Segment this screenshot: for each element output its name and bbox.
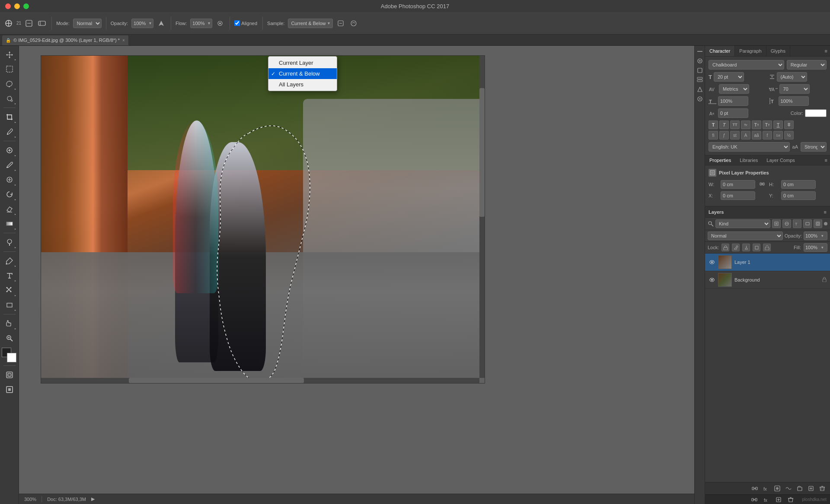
oldstyle-btn[interactable]: aã	[752, 131, 761, 139]
sample-select-button[interactable]: Current & Below ▾	[288, 19, 332, 28]
add-group-btn[interactable]	[795, 484, 804, 493]
x-input[interactable]	[721, 191, 755, 200]
faux-italic-btn[interactable]: T	[719, 120, 729, 129]
tab-paragraph[interactable]: Paragraph	[735, 46, 766, 56]
doc-tab[interactable]: 🔒 © IMG_0529-Edit.jpg @ 300% (Layer 1, R…	[2, 35, 129, 45]
tab-character[interactable]: Character	[705, 46, 735, 56]
brush-preset-icon[interactable]	[24, 18, 34, 29]
layer-item-layer1[interactable]: Layer 1	[705, 254, 830, 271]
tab-layer-comps[interactable]: Layer Comps	[762, 155, 799, 165]
canvas-area[interactable]: @keyframes march { to { stroke-dashoffse…	[19, 46, 694, 504]
canvas-image[interactable]: @keyframes march { to { stroke-dashoffse…	[41, 55, 485, 384]
layers-blend-select[interactable]: Normal	[708, 231, 783, 240]
underline-btn[interactable]: T	[773, 120, 783, 129]
all-caps-btn[interactable]: TT	[730, 120, 740, 129]
arrow-button[interactable]: ▶	[91, 496, 95, 502]
filter-toggle-dot[interactable]	[824, 222, 827, 225]
layers-filter-select[interactable]: Kind	[715, 219, 770, 228]
props-expand[interactable]: ≡	[822, 158, 830, 163]
add-layer-btn[interactable]	[807, 484, 815, 493]
frame-select-tool[interactable]	[3, 383, 16, 396]
sample-all-layers[interactable]: All Layers	[268, 79, 337, 90]
v-scrollbar[interactable]	[479, 56, 485, 378]
right-icon-2[interactable]	[696, 67, 704, 74]
healing-option-icon[interactable]	[348, 18, 359, 29]
background-color[interactable]	[7, 353, 16, 362]
delete-layer-btn[interactable]	[818, 484, 827, 493]
alt-ligature-btn[interactable]: st	[730, 131, 740, 139]
bottom-new-btn[interactable]	[774, 495, 783, 504]
mode-select[interactable]: Normal	[73, 19, 102, 28]
link-layers-btn[interactable]	[750, 484, 759, 493]
stylistic-btn[interactable]: A	[741, 131, 750, 139]
ignore-adjust-icon[interactable]	[335, 18, 346, 29]
lock-transparent-btn[interactable]	[721, 244, 729, 251]
close-button[interactable]	[5, 3, 11, 9]
layer1-visibility[interactable]	[709, 259, 715, 266]
scale-h-input[interactable]	[718, 96, 748, 106]
tab-properties[interactable]: Properties	[705, 155, 735, 165]
filter-pixel-btn[interactable]	[772, 219, 781, 228]
strikethrough-btn[interactable]: T	[784, 120, 794, 129]
ligature-btn[interactable]: fi	[709, 131, 718, 139]
quick-mask-tool[interactable]	[3, 368, 16, 382]
h-scrollbar-thumb[interactable]	[129, 378, 304, 383]
scale-v-input[interactable]	[779, 96, 809, 106]
layers-expand-btn[interactable]: ≡	[824, 209, 827, 215]
fraction-f-btn[interactable]: f	[763, 131, 772, 139]
font-size-input[interactable]: 20 pt	[714, 72, 744, 82]
filter-shape-btn[interactable]	[803, 219, 812, 228]
opacity-input[interactable]	[134, 21, 149, 26]
aligned-checkbox[interactable]	[234, 20, 240, 26]
bottom-trash-btn[interactable]	[786, 495, 795, 504]
airbrush-icon[interactable]	[215, 18, 225, 29]
sample-current-below[interactable]: ✓ Current & Below	[268, 68, 337, 79]
filter-type-btn[interactable]: T	[793, 219, 801, 228]
layers-opacity-input[interactable]	[804, 231, 821, 240]
bottom-link-btn[interactable]	[750, 495, 759, 504]
add-style-btn[interactable]: fx	[762, 484, 770, 493]
small-caps-btn[interactable]: Tr	[741, 120, 750, 129]
bottom-fx-btn[interactable]: fx	[762, 495, 771, 504]
font-family-select[interactable]: Chalkboard	[709, 60, 784, 70]
tab-glyphs[interactable]: Glyphs	[766, 46, 790, 56]
lock-position-btn[interactable]	[742, 244, 750, 251]
zoom-tool[interactable]	[3, 331, 16, 345]
tracking-input[interactable]: 70	[779, 84, 810, 94]
right-icon-1[interactable]	[696, 57, 704, 65]
flow-input[interactable]	[192, 21, 208, 26]
maximize-button[interactable]	[23, 3, 29, 9]
filter-adjust-btn[interactable]	[782, 219, 791, 228]
discretionary-btn[interactable]: ƒ	[719, 131, 729, 139]
brush-settings-icon[interactable]	[37, 18, 47, 29]
leading-input[interactable]: (Auto)	[777, 72, 807, 82]
kerning-select[interactable]: Metrics	[719, 84, 749, 94]
add-mask-btn[interactable]	[773, 484, 782, 493]
layers-fill-input[interactable]	[804, 243, 821, 252]
link-icon[interactable]	[759, 181, 766, 189]
h-input[interactable]	[781, 180, 816, 189]
doc-tab-close[interactable]: ×	[122, 38, 125, 43]
fraction-btn[interactable]: ½	[784, 131, 794, 139]
lock-image-btn[interactable]	[732, 244, 740, 251]
right-icon-4[interactable]	[696, 86, 704, 93]
superscript-btn[interactable]: TT	[752, 120, 761, 129]
lock-artboard-btn[interactable]	[753, 244, 760, 251]
lock-all-btn[interactable]	[763, 244, 771, 251]
anti-alias-select[interactable]: Strong	[801, 142, 827, 152]
right-icon-3[interactable]	[696, 76, 704, 84]
subscript-btn[interactable]: TT	[763, 120, 772, 129]
filter-smart-btn[interactable]	[814, 219, 822, 228]
sample-current-layer[interactable]: Current Layer	[268, 57, 337, 68]
rectangle-select-tool[interactable]	[3, 62, 16, 76]
language-select[interactable]: English: UK	[709, 142, 790, 152]
add-adjustment-btn[interactable]	[784, 484, 793, 493]
h-scrollbar[interactable]	[41, 378, 479, 383]
color-swatch[interactable]	[805, 109, 827, 117]
faux-bold-btn[interactable]: T	[709, 120, 718, 129]
v-scrollbar-thumb[interactable]	[479, 88, 485, 217]
char-panel-expand[interactable]: ≡	[822, 48, 830, 54]
y-input[interactable]	[781, 191, 816, 200]
tab-libraries[interactable]: Libraries	[735, 155, 762, 165]
layer-item-background[interactable]: Background	[705, 271, 830, 289]
